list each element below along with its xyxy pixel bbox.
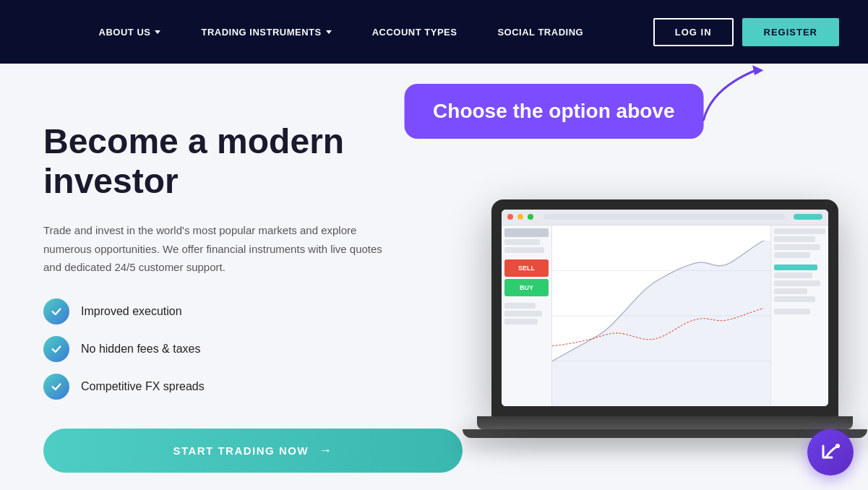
feature-item-execution: Improved execution [43,298,463,324]
features-list: Improved execution No hidden fees & taxe… [43,298,463,400]
brand-badge[interactable] [807,429,854,476]
chart-svg [552,225,770,406]
hero-description: Trade and invest in the world's most pop… [43,221,390,277]
tooltip-text: Choose the option above [433,100,674,122]
nav-label-account-types: ACCOUNT TYPES [372,27,457,38]
sidebar-item [774,280,820,286]
login-button[interactable]: LOG IN [653,18,734,46]
sidebar-item [504,303,536,309]
feature-label-execution: Improved execution [81,305,182,318]
sidebar-item [774,252,810,258]
laptop-bottom [463,429,867,438]
svg-point-4 [835,444,840,448]
hero-section: Choose the option above Become a modern … [0,64,868,490]
feature-label-fees: No hidden fees & taxes [81,343,200,356]
sell-label: SELL [518,265,535,272]
check-icon-execution [43,298,69,324]
chevron-down-icon [155,30,160,34]
navbar-buttons: LOG IN REGISTER [653,18,839,46]
nav-links: ABOUT US TRADING INSTRUMENTS ACCOUNT TYP… [29,0,653,64]
chart-sidebar-right [770,225,828,406]
brand-icon [817,439,843,465]
sidebar-item [774,296,815,302]
feature-item-fees: No hidden fees & taxes [43,336,463,362]
laptop-screen: SELL BUY [502,210,828,406]
check-icon-spreads [43,374,69,400]
chart-area-fill [552,241,770,406]
check-icon-fees [43,336,69,362]
sidebar-item [504,239,540,245]
toolbar-spacer [543,214,785,220]
start-trading-label: START TRADING NOW [173,444,309,457]
nav-item-about[interactable]: ABOUT US [79,0,181,64]
laptop-mockup: SELL BUY [491,199,838,438]
navbar: ABOUT US TRADING INSTRUMENTS ACCOUNT TYP… [0,0,868,64]
svg-marker-0 [751,64,764,75]
brand-badge-label [817,439,843,467]
nav-label-social-trading: SOCIAL TRADING [497,27,583,38]
trading-chart: SELL BUY [502,210,828,406]
sidebar-item [774,272,812,278]
sidebar-item [504,247,544,253]
sidebar-item [774,288,807,294]
chevron-down-icon [326,30,332,34]
arrow-right-icon: → [319,443,333,458]
feature-label-spreads: Competitive FX spreads [81,380,205,393]
sidebar-item [774,244,820,250]
feature-item-spreads: Competitive FX spreads [43,374,463,400]
sidebar-item [774,228,825,234]
chart-sidebar-left: SELL BUY [502,225,552,406]
nav-item-social-trading[interactable]: SOCIAL TRADING [477,0,603,64]
sidebar-highlight [774,265,817,270]
buy-button: BUY [504,279,549,296]
nav-item-trading-instruments[interactable]: TRADING INSTRUMENTS [181,0,351,64]
toolbar-dot-red [507,214,513,220]
nav-label-about: ABOUT US [99,27,151,38]
tooltip-bubble: Choose the option above [404,84,703,139]
chart-center [552,225,770,406]
hero-right: SELL BUY [491,199,838,438]
hero-title: Become a modern investor [43,121,463,201]
start-trading-button[interactable]: START TRADING NOW → [43,429,463,473]
sidebar-item [774,236,815,242]
sidebar-item [504,319,538,324]
nav-item-account-types[interactable]: ACCOUNT TYPES [352,0,478,64]
toolbar-accent [794,214,822,220]
chart-main-area: SELL BUY [502,225,828,406]
sidebar-item [774,309,810,314]
buy-label: BUY [520,284,533,291]
tooltip-area: Choose the option above [404,84,703,139]
sidebar-item [504,311,542,317]
toolbar-dot-yellow [517,214,523,220]
nav-label-trading-instruments: TRADING INSTRUMENTS [201,27,321,38]
sell-button: SELL [504,259,549,277]
sidebar-item [504,228,549,237]
laptop-base [477,416,853,429]
laptop-body: SELL BUY [491,199,838,416]
chart-toolbar [502,210,828,225]
hero-left: Become a modern investor Trade and inves… [43,121,463,473]
register-button[interactable]: REGISTER [742,18,839,46]
arrow-icon [697,64,769,134]
toolbar-dot-green [528,214,533,220]
